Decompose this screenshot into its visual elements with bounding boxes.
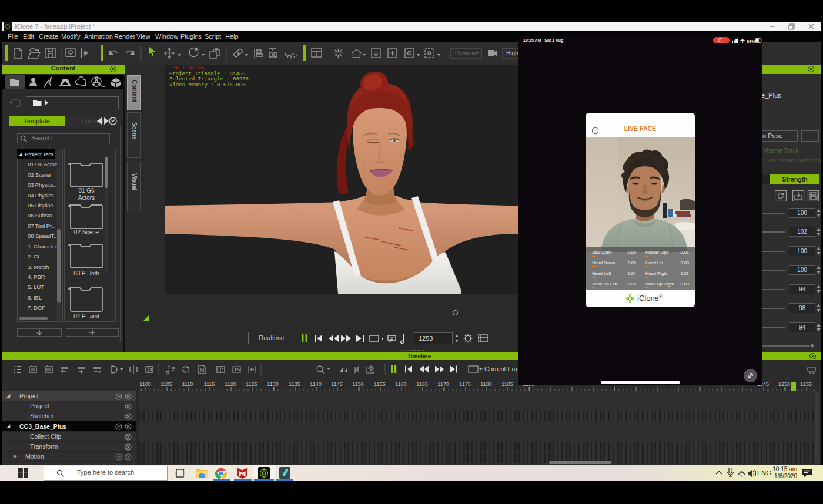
svg-text:1125: 1125: [246, 381, 257, 387]
svg-text:1140: 1140: [310, 381, 321, 387]
svg-text:1130: 1130: [267, 381, 278, 387]
svg-text:1135: 1135: [289, 381, 300, 387]
svg-text:1100: 1100: [139, 381, 150, 387]
svg-text:03 P...loth: 03 P...loth: [73, 270, 99, 277]
svg-text:1255: 1255: [800, 381, 812, 387]
svg-text:1145: 1145: [331, 381, 342, 387]
svg-text:Actors: Actors: [78, 194, 95, 201]
svg-text:1160: 1160: [395, 381, 406, 387]
svg-text:1150: 1150: [352, 381, 363, 387]
svg-text:High: High: [506, 50, 518, 56]
svg-text:1250: 1250: [778, 381, 790, 387]
svg-text:02 Scene: 02 Scene: [74, 229, 99, 236]
svg-text:1185: 1185: [501, 381, 513, 387]
svg-text:Preview: Preview: [455, 50, 476, 56]
svg-text:1105: 1105: [160, 381, 172, 387]
svg-text:1180: 1180: [480, 381, 491, 387]
svg-text:1175: 1175: [459, 381, 470, 387]
svg-text:1110: 1110: [182, 381, 193, 387]
svg-text:1165: 1165: [416, 381, 427, 387]
svg-text:1155: 1155: [374, 381, 385, 387]
svg-text:1120: 1120: [225, 381, 236, 387]
svg-text:04 P...aint: 04 P...aint: [73, 313, 99, 320]
svg-text:M: M: [200, 367, 205, 373]
svg-text:1115: 1115: [204, 381, 215, 387]
svg-text:01 G6: 01 G6: [78, 187, 95, 194]
svg-text:1170: 1170: [437, 381, 449, 387]
